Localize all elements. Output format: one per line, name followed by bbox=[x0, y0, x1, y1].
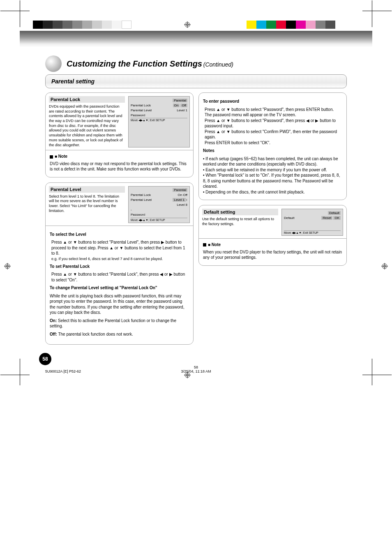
osd-value: Off bbox=[183, 193, 187, 197]
body-text: Press ▲ or ▼ buttons to select "Parental… bbox=[51, 240, 189, 256]
square-bullet-icon bbox=[203, 243, 206, 246]
body-text: Press ▲ or ▼ buttons to select "Password… bbox=[205, 107, 342, 113]
option-label: On: bbox=[50, 318, 57, 323]
osd-tab: Default bbox=[328, 211, 341, 215]
osd-footer: Move ◀▶▲▼; Exit SETUP bbox=[284, 230, 341, 235]
body-text: The password menu will appear on the TV … bbox=[205, 112, 342, 118]
osd-value: Level 1 bbox=[177, 108, 187, 112]
square-bullet-icon bbox=[50, 155, 53, 159]
footer-meta: 58 3/25/04, 11:18 AM bbox=[181, 365, 211, 373]
color-calibration-bar bbox=[247, 21, 335, 29]
osd-value: Off bbox=[180, 104, 187, 107]
page-subtitle: (Continued) bbox=[203, 61, 233, 68]
card-subtitle: Select from level 1 to level 8. The limi… bbox=[49, 194, 125, 214]
crop-mark bbox=[362, 11, 372, 27]
note-text: • Depending on the discs, the unit canno… bbox=[203, 189, 342, 195]
osd-value: Reset bbox=[321, 216, 332, 220]
card-parental-level: Parental Level Select from level 1 to le… bbox=[45, 182, 194, 345]
option-text: Select this to activate the Parental Loc… bbox=[50, 318, 176, 329]
crop-mark bbox=[362, 359, 372, 375]
osd-row-label: Parental Lock bbox=[131, 104, 151, 107]
osd-tab: Parental bbox=[173, 99, 187, 102]
page-title: Customizing the Function Settings bbox=[67, 59, 202, 68]
card-password: To enter password Press ▲ or ▼ buttons t… bbox=[198, 92, 347, 200]
registration-mark-icon bbox=[184, 21, 191, 28]
card-parental-lock: Parental Lock DVDs equipped with the pas… bbox=[45, 92, 194, 177]
footer-caption: 5U90012A [E] P52-62 bbox=[45, 369, 81, 373]
osd-value: Level 8 bbox=[177, 203, 187, 207]
section-heading: Parental setting bbox=[45, 74, 347, 88]
osd-value: OK bbox=[333, 216, 341, 220]
osd-footer: Move ◀▶▲▼; Exit SETUP bbox=[131, 118, 187, 122]
note-text: • If each setup (pages 55~62) has been c… bbox=[203, 156, 342, 167]
note-heading: ■ Note bbox=[208, 242, 221, 247]
note-heading: ■ Note bbox=[55, 154, 67, 159]
header-gradient bbox=[20, 31, 372, 47]
osd-row-label: Default bbox=[284, 216, 294, 220]
body-text: e.g. If you select level 6, discs set at… bbox=[51, 256, 189, 261]
sub-heading: To select the Level bbox=[50, 232, 189, 237]
note-text: • Each setup will be retained in the mem… bbox=[203, 167, 342, 173]
note-text: • When "Parental lock" is set to "On". I… bbox=[203, 173, 342, 189]
crop-mark bbox=[20, 359, 30, 375]
osd-preview: Parental Parental LockOn Off Parental Le… bbox=[128, 96, 190, 147]
card-title: Parental Lock bbox=[49, 96, 125, 103]
osd-preview: Parental Parental LockOn Off Parental Le… bbox=[128, 186, 190, 223]
option-text: The parental lock function does not work… bbox=[58, 332, 133, 336]
osd-row-label: Password bbox=[131, 113, 145, 117]
body-text: Press ▲ or ▼ buttons to select "Parental… bbox=[51, 272, 189, 283]
note-text: DVD video discs may or may not respond t… bbox=[50, 161, 189, 172]
osd-footer: Move ◀▶▲▼; Exit SETUP bbox=[131, 218, 187, 222]
crop-mark bbox=[20, 11, 30, 27]
osd-row-label: Parental Lock bbox=[131, 193, 151, 197]
notes-heading: Notes bbox=[203, 148, 342, 154]
osd-row-label: Parental Level bbox=[131, 198, 152, 202]
osd-value: On bbox=[173, 104, 180, 107]
sub-heading: To change Parental Level setting at "Par… bbox=[50, 285, 189, 291]
osd-value: Level 1 bbox=[173, 198, 186, 202]
osd-row-label: Password bbox=[131, 213, 145, 216]
sphere-bullet-icon bbox=[45, 55, 62, 72]
card-default-setting: Default setting Use the default setting … bbox=[198, 205, 347, 266]
card-subtitle: DVDs equipped with the password function… bbox=[49, 104, 125, 147]
grayscale-calibration-bar bbox=[33, 21, 131, 29]
sub-heading: To enter password bbox=[203, 99, 342, 104]
osd-row-label: Parental Level bbox=[131, 108, 152, 112]
osd-tab: Parental bbox=[173, 188, 187, 192]
card-title: Parental Level bbox=[49, 186, 125, 193]
body-text: Press ▲ or ▼ buttons to select "Password… bbox=[205, 118, 342, 146]
body-text: While the unit is playing back discs wit… bbox=[50, 293, 189, 315]
card-subtitle: Use the default setting to reset all opt… bbox=[202, 217, 278, 226]
sub-heading: To set Parental Lock bbox=[50, 264, 189, 269]
option-label: Off: bbox=[50, 332, 57, 336]
osd-value: On bbox=[178, 193, 182, 197]
note-text: When you reset the DVD player to the fac… bbox=[203, 249, 342, 260]
card-title: Default setting bbox=[202, 209, 278, 215]
osd-preview: Default DefaultReset OK Move ◀▶▲▼; Exit … bbox=[281, 209, 343, 236]
